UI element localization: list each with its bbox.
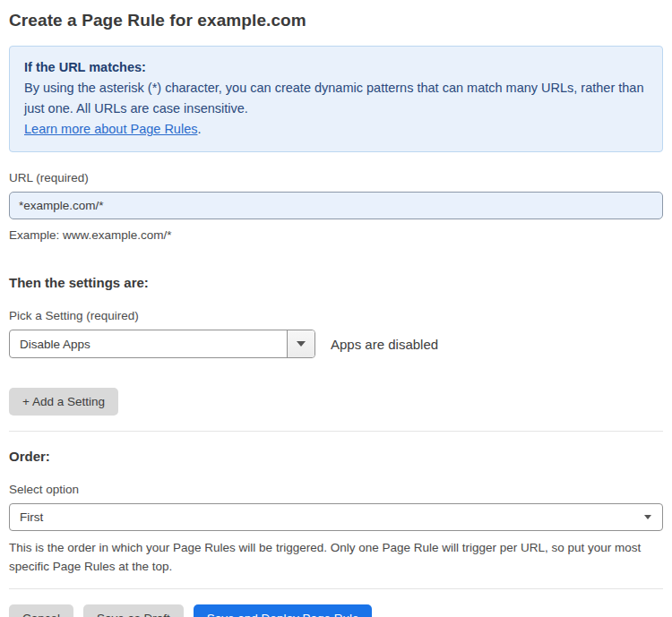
add-setting-button[interactable]: + Add a Setting bbox=[9, 388, 118, 416]
page-title: Create a Page Rule for example.com bbox=[9, 11, 663, 30]
order-select[interactable]: First bbox=[9, 503, 663, 531]
order-section-heading: Order: bbox=[9, 449, 663, 464]
info-box-body: By using the asterisk (*) character, you… bbox=[24, 78, 648, 119]
setting-row: Disable Apps Apps are disabled bbox=[9, 330, 663, 358]
setting-status-text: Apps are disabled bbox=[331, 337, 438, 352]
info-box-heading: If the URL matches: bbox=[24, 57, 648, 78]
info-box-link-line: Learn more about Page Rules. bbox=[24, 119, 648, 140]
save-and-deploy-button[interactable]: Save and Deploy Page Rule bbox=[194, 604, 373, 617]
url-match-info-box: If the URL matches: By using the asteris… bbox=[9, 46, 663, 152]
setting-dropdown[interactable]: Disable Apps bbox=[9, 330, 315, 358]
setting-picker-label: Pick a Setting (required) bbox=[9, 309, 663, 322]
learn-more-link[interactable]: Learn more about Page Rules bbox=[24, 122, 197, 136]
cancel-button[interactable]: Cancel bbox=[9, 604, 73, 617]
setting-dropdown-caret-button[interactable] bbox=[287, 330, 314, 357]
order-select-label: Select option bbox=[9, 483, 663, 496]
settings-section-heading: Then the settings are: bbox=[9, 275, 663, 290]
url-input[interactable] bbox=[9, 192, 663, 219]
save-as-draft-button[interactable]: Save as Draft bbox=[83, 604, 184, 617]
footer-actions: Cancel Save as Draft Save and Deploy Pag… bbox=[9, 604, 663, 617]
footer-divider bbox=[9, 588, 663, 589]
create-page-rule-form: Create a Page Rule for example.com If th… bbox=[0, 0, 672, 617]
url-field-label: URL (required) bbox=[9, 171, 663, 184]
order-helper-text: This is the order in which your Page Rul… bbox=[9, 538, 663, 576]
link-period: . bbox=[197, 122, 201, 136]
url-field-helper: Example: www.example.com/* bbox=[9, 226, 663, 244]
setting-dropdown-value: Disable Apps bbox=[10, 330, 287, 357]
caret-down-icon bbox=[644, 515, 651, 519]
section-divider bbox=[9, 431, 663, 432]
order-select-value: First bbox=[20, 510, 43, 524]
caret-down-icon bbox=[297, 341, 306, 347]
